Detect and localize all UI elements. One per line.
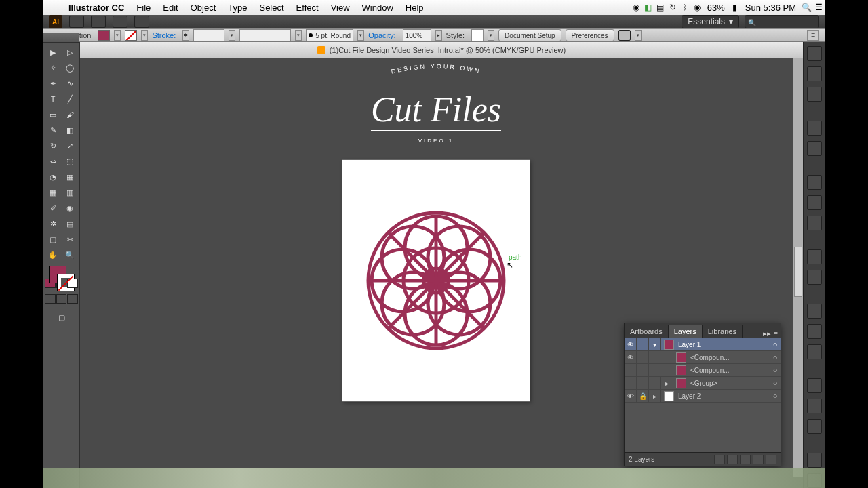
control-menu-icon[interactable]: ☰ (807, 30, 819, 41)
opacity-input[interactable]: 100% (403, 29, 431, 41)
symbol-sprayer-tool[interactable]: ✲ (45, 216, 61, 231)
menu-object[interactable]: Object (184, 3, 222, 13)
transparency-panel-icon[interactable] (807, 216, 822, 230)
align-dd[interactable]: ▾ (635, 30, 642, 41)
app-status-icon[interactable]: ◧ (642, 3, 654, 12)
mesh-tool[interactable]: ▦ (45, 185, 61, 200)
opacity-link[interactable]: Opacity: (368, 31, 395, 39)
document-tab[interactable]: (1)Cut File Design Video Series_Intro.ai… (80, 42, 803, 58)
layer-name[interactable]: Layer 2 (677, 392, 770, 400)
spotlight-icon[interactable]: 🔍 (800, 3, 812, 12)
gradient-tool[interactable]: ▥ (62, 185, 78, 200)
perspective-tool[interactable]: ▦ (62, 169, 78, 184)
libraries-panel-icon[interactable] (807, 344, 822, 359)
draw-mode-normal[interactable] (45, 294, 56, 304)
fill-swatch[interactable] (98, 30, 110, 41)
scale-tool[interactable]: ⤢ (62, 138, 78, 153)
rotate-tool[interactable]: ↻ (45, 138, 61, 153)
layer-row[interactable]: ▸ <Group> ○ (625, 377, 781, 390)
target-icon[interactable]: ○ (770, 379, 781, 387)
brush-dd[interactable]: ▾ (357, 30, 364, 41)
layer-name[interactable]: <Group> (689, 380, 770, 387)
layer-row[interactable]: <Compoun... ○ (625, 364, 781, 377)
lock-toggle[interactable] (637, 364, 649, 376)
var-width-dd[interactable]: ▾ (295, 30, 302, 41)
visibility-toggle[interactable]: 👁 (625, 351, 637, 363)
visibility-toggle[interactable]: 👁 (625, 338, 637, 350)
paintbrush-tool[interactable]: 🖌 (62, 107, 78, 122)
expand-toggle[interactable]: ▾ (649, 338, 661, 350)
eraser-tool[interactable]: ◧ (62, 123, 78, 138)
menu-file[interactable]: File (130, 3, 157, 13)
mandala-artwork[interactable] (365, 209, 507, 352)
shape-builder-tool[interactable]: ◔ (45, 169, 61, 184)
menu-view[interactable]: View (325, 3, 356, 13)
direct-selection-tool[interactable]: ▷ (62, 45, 78, 60)
menu-select[interactable]: Select (253, 3, 290, 13)
gradient-panel-icon[interactable] (807, 195, 822, 210)
brushes-panel-icon[interactable] (807, 121, 822, 136)
layer-row[interactable]: 👁 <Compoun... ○ (625, 351, 781, 364)
graph-tool[interactable]: ▤ (62, 216, 78, 231)
lock-toggle[interactable] (637, 338, 649, 350)
screen-mode-button[interactable]: ▢ (45, 310, 78, 325)
layers-panel-icon[interactable] (807, 304, 822, 319)
menu-edit[interactable]: Edit (157, 3, 184, 13)
battery-icon[interactable]: ▮ (729, 3, 741, 12)
delete-layer-icon[interactable] (766, 455, 776, 464)
menu-type[interactable]: Type (222, 3, 253, 13)
cc-icon[interactable]: ▤ (654, 3, 667, 12)
color-panel-icon[interactable] (807, 46, 822, 61)
stroke-weight-dd[interactable]: ▾ (229, 30, 235, 41)
bluetooth-icon[interactable]: ᛒ (679, 3, 691, 12)
visibility-toggle[interactable]: 👁 (625, 390, 637, 402)
menu-effect[interactable]: Effect (290, 3, 325, 13)
make-clip-icon[interactable] (727, 455, 738, 464)
appearance-panel-icon[interactable] (807, 249, 822, 264)
fill-dropdown[interactable]: ▾ (114, 30, 121, 41)
stroke-weight-stepper[interactable]: ≑ (182, 30, 189, 41)
new-sublayer-icon[interactable] (740, 455, 751, 464)
magic-wand-tool[interactable]: ✧ (45, 60, 61, 75)
layer-name[interactable]: <Compoun... (689, 367, 770, 374)
layer-row[interactable]: 👁 ▾ Layer 1 ○ (625, 338, 781, 351)
opacity-dd[interactable]: ▸ (435, 30, 442, 41)
menu-help[interactable]: Help (399, 3, 430, 13)
stroke-weight-input[interactable] (193, 29, 224, 41)
lasso-tool[interactable]: ◯ (62, 60, 78, 75)
pencil-tool[interactable]: ✎ (45, 123, 61, 138)
lock-toggle[interactable]: 🔒 (637, 390, 649, 402)
bridge-icon[interactable] (69, 16, 84, 28)
line-tool[interactable]: ╱ (62, 92, 78, 106)
stroke-swatch[interactable] (125, 30, 137, 41)
canvas-area[interactable]: (1)Cut File Design Video Series_Intro.ai… (80, 42, 803, 488)
symbols-panel-icon[interactable] (807, 141, 822, 156)
lock-toggle[interactable] (637, 351, 649, 363)
menu-window[interactable]: Window (356, 3, 399, 13)
new-layer-icon[interactable] (753, 455, 764, 464)
panel-menu-icon[interactable]: ≡ (774, 329, 778, 338)
expand-toggle[interactable]: ▸ (649, 390, 661, 402)
wifi-icon[interactable]: ◉ (691, 3, 703, 12)
stroke-panel-icon[interactable] (807, 175, 822, 190)
selection-tool[interactable]: ▶ (45, 45, 61, 60)
help-search-input[interactable]: 🔍 (745, 15, 819, 28)
artboards-panel-icon[interactable] (807, 324, 822, 339)
style-swatch[interactable] (471, 29, 484, 41)
layer-row[interactable]: 👁 🔒 ▸ Layer 2 ○ (625, 390, 781, 403)
tab-artboards[interactable]: Artboards (625, 325, 669, 338)
width-tool[interactable]: ⇔ (45, 154, 61, 169)
brush-def-input[interactable]: 5 pt. Round (306, 29, 353, 41)
preferences-button[interactable]: Preferences (566, 29, 614, 41)
draw-mode-behind[interactable] (56, 294, 67, 304)
lock-toggle[interactable] (637, 377, 649, 389)
ai-logo-icon[interactable]: Ai (49, 15, 62, 28)
eyedropper-tool[interactable]: ✐ (45, 201, 61, 216)
arrange-docs-icon[interactable] (113, 16, 127, 28)
zoom-tool[interactable]: 🔍 (62, 247, 78, 262)
menu-extras-icon[interactable]: ☰ (812, 3, 825, 12)
artboard[interactable]: path ↖︎ (342, 160, 530, 401)
battery-pct[interactable]: 63% (703, 3, 729, 13)
locate-object-icon[interactable] (714, 455, 725, 464)
layer-name[interactable]: <Compoun... (689, 354, 770, 361)
